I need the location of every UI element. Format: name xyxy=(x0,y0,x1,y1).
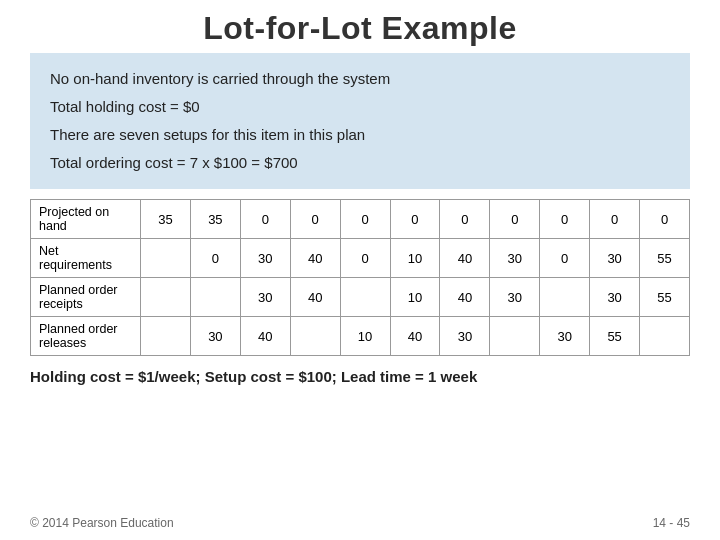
cell-r2-c8 xyxy=(540,278,590,317)
row-label: Net requirements xyxy=(31,239,141,278)
data-table-wrapper: Projected on hand3535000000000Net requir… xyxy=(30,199,690,356)
row-label: Projected on hand xyxy=(31,200,141,239)
cell-r3-c1: 30 xyxy=(190,317,240,356)
cell-r2-c0 xyxy=(141,278,191,317)
info-line2: Total holding cost = $0 xyxy=(50,95,670,119)
cell-r0-c0: 35 xyxy=(141,200,191,239)
cell-r1-c2: 30 xyxy=(240,239,290,278)
cell-r2-c9: 30 xyxy=(590,278,640,317)
cell-r1-c5: 10 xyxy=(390,239,440,278)
cell-r2-c4 xyxy=(340,278,390,317)
cell-r2-c1 xyxy=(190,278,240,317)
cell-r0-c5: 0 xyxy=(390,200,440,239)
info-line4: Total ordering cost = 7 x $100 = $700 xyxy=(50,151,670,175)
cell-r1-c1: 0 xyxy=(190,239,240,278)
row-label: Planned order receipts xyxy=(31,278,141,317)
cell-r3-c9: 55 xyxy=(590,317,640,356)
cell-r3-c6: 30 xyxy=(440,317,490,356)
cell-r1-c10: 55 xyxy=(640,239,690,278)
cell-r1-c6: 40 xyxy=(440,239,490,278)
cell-r0-c8: 0 xyxy=(540,200,590,239)
cell-r1-c7: 30 xyxy=(490,239,540,278)
cell-r3-c10 xyxy=(640,317,690,356)
page-title: Lot-for-Lot Example xyxy=(0,0,720,53)
table-row: Projected on hand3535000000000 xyxy=(31,200,690,239)
cell-r1-c3: 40 xyxy=(290,239,340,278)
cell-r2-c5: 10 xyxy=(390,278,440,317)
cell-r3-c4: 10 xyxy=(340,317,390,356)
page-number: 14 - 45 xyxy=(653,516,690,530)
row-label: Planned order releases xyxy=(31,317,141,356)
table-row: Planned order receipts30401040303055 xyxy=(31,278,690,317)
cell-r0-c9: 0 xyxy=(590,200,640,239)
info-line1: No on-hand inventory is carried through … xyxy=(50,67,670,91)
cell-r3-c3 xyxy=(290,317,340,356)
cell-r0-c1: 35 xyxy=(190,200,240,239)
cell-r1-c8: 0 xyxy=(540,239,590,278)
cell-r3-c2: 40 xyxy=(240,317,290,356)
cell-r3-c7 xyxy=(490,317,540,356)
cell-r2-c7: 30 xyxy=(490,278,540,317)
cell-r0-c2: 0 xyxy=(240,200,290,239)
cell-r3-c8: 30 xyxy=(540,317,590,356)
cell-r1-c4: 0 xyxy=(340,239,390,278)
table-row: Net requirements03040010403003055 xyxy=(31,239,690,278)
footer-text: Holding cost = $1/week; Setup cost = $10… xyxy=(30,368,690,385)
cell-r3-c0 xyxy=(141,317,191,356)
table-row: Planned order releases30401040303055 xyxy=(31,317,690,356)
cell-r2-c10: 55 xyxy=(640,278,690,317)
cell-r1-c0 xyxy=(141,239,191,278)
cell-r2-c3: 40 xyxy=(290,278,340,317)
cell-r0-c6: 0 xyxy=(440,200,490,239)
cell-r1-c9: 30 xyxy=(590,239,640,278)
cell-r0-c3: 0 xyxy=(290,200,340,239)
info-line3: There are seven setups for this item in … xyxy=(50,123,670,147)
cell-r2-c2: 30 xyxy=(240,278,290,317)
cell-r2-c6: 40 xyxy=(440,278,490,317)
cell-r0-c7: 0 xyxy=(490,200,540,239)
cell-r3-c5: 40 xyxy=(390,317,440,356)
info-box: No on-hand inventory is carried through … xyxy=(30,53,690,189)
mrp-table: Projected on hand3535000000000Net requir… xyxy=(30,199,690,356)
copyright-text: © 2014 Pearson Education xyxy=(30,516,174,530)
cell-r0-c10: 0 xyxy=(640,200,690,239)
cell-r0-c4: 0 xyxy=(340,200,390,239)
